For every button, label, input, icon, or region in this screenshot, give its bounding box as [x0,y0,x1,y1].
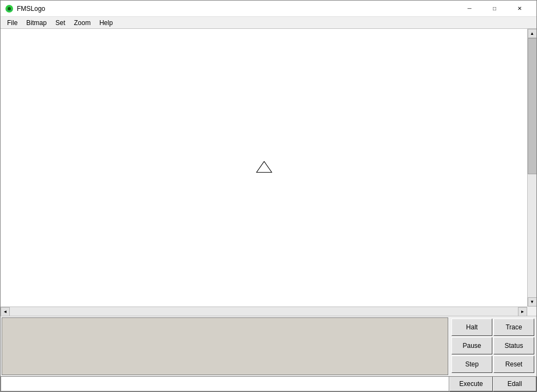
scroll-track-horizontal[interactable] [10,307,518,316]
window-title: FMSLogo [17,5,457,13]
canvas-area: ▲ ▼ ◄ ► [1,29,536,316]
vertical-scrollbar[interactable]: ▲ ▼ [527,29,536,307]
scroll-left-button[interactable]: ◄ [1,307,10,316]
menu-bar: File Bitmap Set Zoom Help [1,17,536,29]
output-area[interactable] [2,317,448,375]
lower-section: Halt Trace Pause Status Step Reset Execu… [1,316,536,391]
scroll-up-button[interactable]: ▲ [528,29,537,38]
app-icon [5,4,14,13]
scroll-corner [527,307,536,316]
window-controls: ─ □ ✕ [457,1,532,17]
execute-button[interactable]: Execute [449,377,493,391]
scroll-down-button[interactable]: ▼ [528,297,537,307]
title-bar: FMSLogo ─ □ ✕ [1,1,536,17]
lower-main: Halt Trace Pause Status Step Reset [1,316,536,376]
maximize-button[interactable]: □ [482,1,507,17]
edall-button[interactable]: Edall [493,377,536,391]
minimize-button[interactable]: ─ [457,1,482,17]
step-button[interactable]: Step [451,356,492,373]
pause-button[interactable]: Pause [451,337,492,354]
menu-set[interactable]: Set [51,18,70,28]
horizontal-scrollbar[interactable]: ◄ ► [1,307,527,316]
lower-input-row: Execute Edall [1,376,536,391]
status-button[interactable]: Status [493,337,534,354]
turtle [256,161,272,175]
svg-point-2 [8,7,11,10]
reset-button[interactable]: Reset [493,356,534,373]
menu-zoom[interactable]: Zoom [70,18,95,28]
svg-marker-3 [257,162,272,173]
trace-button[interactable]: Trace [493,318,534,336]
menu-file[interactable]: File [3,18,22,28]
scroll-thumb-vertical[interactable] [528,38,537,174]
halt-button[interactable]: Halt [451,318,492,336]
menu-bitmap[interactable]: Bitmap [22,18,51,28]
scroll-right-button[interactable]: ► [518,307,527,316]
button-panel: Halt Trace Pause Status Step Reset [449,316,536,376]
scroll-track-vertical[interactable] [528,38,537,297]
close-button[interactable]: ✕ [507,1,532,17]
menu-help[interactable]: Help [95,18,117,28]
command-input[interactable] [1,377,449,391]
canvas-drawing [1,29,527,307]
